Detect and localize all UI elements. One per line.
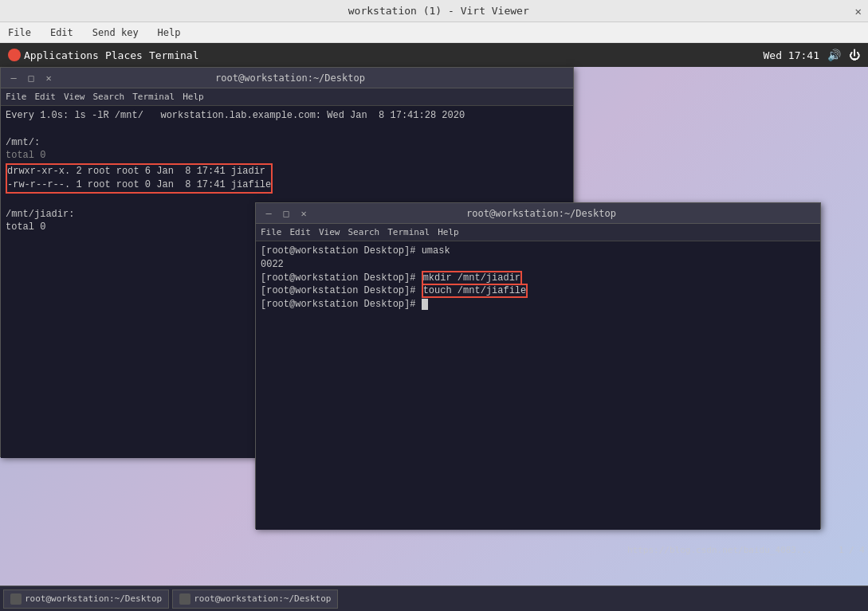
taskbar-icon-2	[179, 593, 190, 605]
t2-menu-file[interactable]: File	[261, 227, 282, 237]
title-bar: workstation (1) - Virt Viewer ✕	[0, 0, 868, 22]
watermark: https://blog.csdn.net/baidu_4083... 1 / …	[627, 545, 865, 555]
volume-icon[interactable]: 🔊	[827, 49, 841, 61]
terminal-menu[interactable]: Terminal	[149, 49, 199, 61]
t1-menu-terminal[interactable]: Terminal	[132, 92, 175, 102]
power-icon[interactable]: ⏻	[849, 49, 860, 61]
menu-sendkey[interactable]: Send key	[88, 25, 143, 40]
terminal-1-title: root@workstation:~/Desktop	[55, 72, 525, 84]
taskbar-item-1[interactable]: root@workstation:~/Desktop	[3, 589, 169, 609]
terminal-2-minimize[interactable]: –	[262, 208, 275, 219]
gnome-panel-right: Wed 17:41 🔊 ⏻	[764, 49, 860, 61]
t2-menu-view[interactable]: View	[319, 227, 340, 237]
t2-menu-search[interactable]: Search	[348, 227, 380, 237]
terminal-1-line-0: Every 1.0s: ls -lR /mnt/ workstation.lab…	[6, 109, 568, 123]
apps-icon	[8, 49, 21, 61]
taskbar-label-1: root@workstation:~/Desktop	[25, 593, 162, 604]
clock: Wed 17:41	[764, 49, 819, 61]
terminal-window-2[interactable]: – □ ✕ root@workstation:~/Desktop File Ed…	[255, 202, 821, 529]
t2-menu-help[interactable]: Help	[438, 227, 459, 237]
terminal-2-close[interactable]: ✕	[297, 208, 310, 219]
terminal-2-titlebar: – □ ✕ root@workstation:~/Desktop	[256, 203, 820, 224]
t1-menu-search[interactable]: Search	[93, 92, 125, 102]
terminal-1-minimize[interactable]: –	[7, 72, 20, 84]
taskbar-icon-1	[10, 593, 22, 605]
desktop: – □ ✕ root@workstation:~/Desktop File Ed…	[0, 67, 868, 586]
terminal-2-line-2-prefix: [root@workstation Desktop]# mkdir /mnt/j…	[261, 272, 815, 285]
terminal-1-line-5: -rw-r--r--. 1 root root 0 Jan 8 17:41 ji…	[7, 178, 271, 192]
places-menu[interactable]: Places	[105, 49, 143, 61]
applications-menu[interactable]: Applications	[8, 49, 99, 61]
host-menubar: File Edit Send key Help	[0, 22, 868, 43]
terminal-2-line-1: 0022	[261, 258, 815, 272]
terminal-2-line-0: [root@workstation Desktop]# umask	[261, 245, 815, 258]
t1-menu-help[interactable]: Help	[183, 92, 204, 102]
applications-label: Applications	[24, 49, 99, 61]
terminal-1-titlebar: – □ ✕ root@workstation:~/Desktop	[1, 68, 573, 88]
taskbar: root@workstation:~/Desktop root@workstat…	[0, 586, 868, 611]
t2-menu-terminal[interactable]: Terminal	[387, 227, 430, 237]
terminal-2-line-4: [root@workstation Desktop]#	[261, 298, 815, 311]
t2-menu-edit[interactable]: Edit	[290, 227, 312, 237]
terminal-1-close[interactable]: ✕	[42, 72, 55, 84]
terminal-1-highlight: drwxr-xr-x. 2 root root 6 Jan 8 17:41 ji…	[6, 163, 273, 194]
gnome-panel: Applications Places Terminal Wed 17:41 🔊…	[0, 43, 868, 67]
title-bar-title: workstation (1) - Virt Viewer	[22, 5, 855, 17]
t1-menu-file[interactable]: File	[6, 92, 27, 102]
terminal-1-line-3: total 0	[6, 149, 568, 163]
terminal-1-line-4: drwxr-xr-x. 2 root root 6 Jan 8 17:41 ji…	[7, 165, 271, 178]
terminal-2-mkdir-highlight: mkdir /mnt/jiadir	[422, 271, 522, 285]
taskbar-item-2[interactable]: root@workstation:~/Desktop	[172, 589, 338, 609]
terminal-cursor	[422, 299, 428, 310]
menu-help[interactable]: Help	[153, 25, 186, 40]
taskbar-label-2: root@workstation:~/Desktop	[194, 593, 331, 604]
terminal-1-menubar: File Edit View Search Terminal Help	[1, 88, 573, 106]
menu-edit[interactable]: Edit	[45, 25, 78, 40]
t1-menu-edit[interactable]: Edit	[35, 92, 57, 102]
terminal-2-content: [root@workstation Desktop]# umask 0022 […	[256, 241, 820, 530]
terminal-1-line-1	[6, 123, 568, 136]
t1-menu-view[interactable]: View	[64, 92, 85, 102]
terminal-2-maximize[interactable]: □	[280, 208, 293, 219]
terminal-2-controls: – □ ✕	[262, 208, 310, 219]
menu-file[interactable]: File	[3, 25, 36, 40]
terminal-2-touch-highlight: touch /mnt/jiafile	[422, 284, 528, 298]
terminal-1-line-2: /mnt/:	[6, 136, 568, 150]
terminal-1-controls: – □ ✕	[7, 72, 55, 84]
gnome-panel-left: Applications Places Terminal	[8, 49, 199, 61]
terminal-2-menubar: File Edit View Search Terminal Help	[256, 224, 820, 241]
terminal-1-maximize[interactable]: □	[25, 72, 37, 84]
close-button[interactable]: ✕	[855, 5, 862, 18]
terminal-2-line-3-prefix: [root@workstation Desktop]# touch /mnt/j…	[261, 284, 815, 298]
terminal-2-title: root@workstation:~/Desktop	[310, 208, 772, 219]
